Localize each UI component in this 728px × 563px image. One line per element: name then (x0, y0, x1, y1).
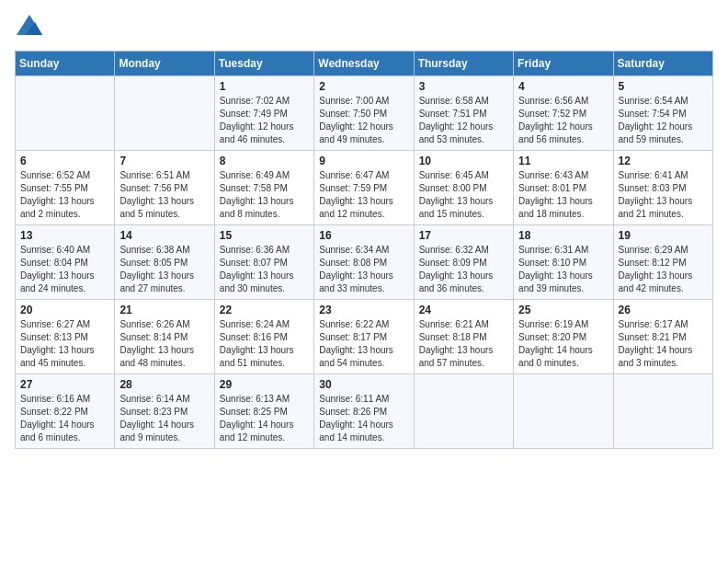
day-info: Sunrise: 6:56 AMSunset: 7:52 PMDaylight:… (518, 95, 608, 146)
day-info: Sunrise: 6:19 AMSunset: 8:20 PMDaylight:… (518, 318, 608, 370)
calendar-cell: 13Sunrise: 6:40 AMSunset: 8:04 PMDayligh… (16, 225, 115, 300)
day-number: 7 (119, 155, 209, 167)
day-number: 18 (518, 229, 608, 242)
day-info: Sunrise: 6:26 AMSunset: 8:14 PMDaylight:… (119, 318, 209, 370)
day-info: Sunrise: 6:27 AMSunset: 8:13 PMDaylight:… (20, 318, 109, 370)
calendar-cell: 1Sunrise: 7:02 AMSunset: 7:49 PMDaylight… (214, 76, 313, 151)
day-number: 3 (419, 80, 508, 93)
header (15, 15, 713, 40)
day-info: Sunrise: 7:02 AMSunset: 7:49 PMDaylight:… (220, 95, 309, 146)
calendar-cell (115, 76, 214, 151)
day-number: 9 (319, 155, 408, 167)
day-header-tuesday: Tuesday (214, 52, 313, 76)
calendar-cell: 15Sunrise: 6:36 AMSunset: 8:07 PMDayligh… (214, 225, 313, 300)
calendar-cell: 8Sunrise: 6:49 AMSunset: 7:58 PMDaylight… (214, 151, 313, 225)
day-info: Sunrise: 6:16 AMSunset: 8:22 PMDaylight:… (20, 393, 109, 444)
day-header-saturday: Saturday (613, 52, 712, 76)
day-info: Sunrise: 6:21 AMSunset: 8:18 PMDaylight:… (419, 318, 508, 370)
day-info: Sunrise: 6:14 AMSunset: 8:23 PMDaylight:… (119, 393, 209, 444)
day-number: 4 (518, 80, 608, 93)
day-number: 10 (419, 155, 508, 167)
day-info: Sunrise: 6:40 AMSunset: 8:04 PMDaylight:… (20, 244, 109, 295)
day-number: 21 (119, 304, 209, 316)
calendar-cell: 19Sunrise: 6:29 AMSunset: 8:12 PMDayligh… (613, 225, 712, 300)
day-header-thursday: Thursday (414, 52, 513, 76)
calendar-cell (514, 374, 613, 449)
day-info: Sunrise: 6:58 AMSunset: 7:51 PMDaylight:… (419, 95, 508, 146)
calendar-table: SundayMondayTuesdayWednesdayThursdayFrid… (15, 51, 713, 449)
day-info: Sunrise: 6:31 AMSunset: 8:10 PMDaylight:… (518, 244, 608, 295)
day-header-sunday: Sunday (16, 52, 115, 76)
calendar-cell: 29Sunrise: 6:13 AMSunset: 8:25 PMDayligh… (214, 374, 313, 449)
day-info: Sunrise: 6:54 AMSunset: 7:54 PMDaylight:… (619, 95, 708, 146)
day-number: 12 (619, 155, 708, 167)
calendar-cell: 16Sunrise: 6:34 AMSunset: 8:08 PMDayligh… (314, 225, 414, 300)
calendar-cell: 25Sunrise: 6:19 AMSunset: 8:20 PMDayligh… (514, 300, 613, 374)
calendar-cell: 3Sunrise: 6:58 AMSunset: 7:51 PMDaylight… (414, 76, 513, 151)
calendar-cell: 21Sunrise: 6:26 AMSunset: 8:14 PMDayligh… (115, 300, 214, 374)
calendar-cell: 24Sunrise: 6:21 AMSunset: 8:18 PMDayligh… (414, 300, 513, 374)
calendar-cell (414, 374, 513, 449)
calendar-cell: 23Sunrise: 6:22 AMSunset: 8:17 PMDayligh… (314, 300, 414, 374)
logo (15, 15, 42, 40)
day-number: 17 (419, 229, 508, 242)
calendar-cell: 26Sunrise: 6:17 AMSunset: 8:21 PMDayligh… (613, 300, 712, 374)
day-info: Sunrise: 6:36 AMSunset: 8:07 PMDaylight:… (220, 244, 309, 295)
day-info: Sunrise: 7:00 AMSunset: 7:50 PMDaylight:… (319, 95, 408, 146)
day-number: 8 (220, 155, 309, 167)
day-info: Sunrise: 6:52 AMSunset: 7:55 PMDaylight:… (20, 169, 109, 221)
day-info: Sunrise: 6:13 AMSunset: 8:25 PMDaylight:… (220, 393, 309, 444)
calendar-week-row: 20Sunrise: 6:27 AMSunset: 8:13 PMDayligh… (16, 300, 713, 374)
calendar-cell: 28Sunrise: 6:14 AMSunset: 8:23 PMDayligh… (115, 374, 214, 449)
calendar-cell: 30Sunrise: 6:11 AMSunset: 8:26 PMDayligh… (314, 374, 414, 449)
day-number: 13 (20, 229, 109, 242)
day-info: Sunrise: 6:47 AMSunset: 7:59 PMDaylight:… (319, 169, 408, 221)
day-info: Sunrise: 6:38 AMSunset: 8:05 PMDaylight:… (119, 244, 209, 295)
calendar-cell: 5Sunrise: 6:54 AMSunset: 7:54 PMDaylight… (613, 76, 712, 151)
calendar-week-row: 13Sunrise: 6:40 AMSunset: 8:04 PMDayligh… (16, 225, 713, 300)
day-number: 15 (220, 229, 309, 242)
day-number: 30 (319, 378, 408, 391)
calendar-cell: 22Sunrise: 6:24 AMSunset: 8:16 PMDayligh… (214, 300, 313, 374)
calendar-cell: 17Sunrise: 6:32 AMSunset: 8:09 PMDayligh… (414, 225, 513, 300)
calendar-header-row: SundayMondayTuesdayWednesdayThursdayFrid… (16, 52, 713, 76)
day-info: Sunrise: 6:34 AMSunset: 8:08 PMDaylight:… (319, 244, 408, 295)
day-number: 2 (319, 80, 408, 93)
calendar-week-row: 27Sunrise: 6:16 AMSunset: 8:22 PMDayligh… (16, 374, 713, 449)
day-info: Sunrise: 6:22 AMSunset: 8:17 PMDaylight:… (319, 318, 408, 370)
day-number: 23 (319, 304, 408, 316)
calendar-cell (613, 374, 712, 449)
logo-icon (17, 15, 42, 35)
day-number: 19 (619, 229, 708, 242)
day-info: Sunrise: 6:17 AMSunset: 8:21 PMDaylight:… (619, 318, 708, 370)
calendar-cell: 7Sunrise: 6:51 AMSunset: 7:56 PMDaylight… (115, 151, 214, 225)
day-info: Sunrise: 6:45 AMSunset: 8:00 PMDaylight:… (419, 169, 508, 221)
day-header-monday: Monday (115, 52, 214, 76)
day-number: 5 (619, 80, 708, 93)
calendar-cell: 11Sunrise: 6:43 AMSunset: 8:01 PMDayligh… (514, 151, 613, 225)
day-number: 11 (518, 155, 608, 167)
day-number: 14 (119, 229, 209, 242)
calendar-body: 1Sunrise: 7:02 AMSunset: 7:49 PMDaylight… (16, 76, 713, 449)
day-number: 16 (319, 229, 408, 242)
calendar-cell: 20Sunrise: 6:27 AMSunset: 8:13 PMDayligh… (16, 300, 115, 374)
day-info: Sunrise: 6:51 AMSunset: 7:56 PMDaylight:… (119, 169, 209, 221)
day-info: Sunrise: 6:29 AMSunset: 8:12 PMDaylight:… (619, 244, 708, 295)
day-header-wednesday: Wednesday (314, 52, 414, 76)
calendar-cell: 12Sunrise: 6:41 AMSunset: 8:03 PMDayligh… (613, 151, 712, 225)
day-info: Sunrise: 6:49 AMSunset: 7:58 PMDaylight:… (220, 169, 309, 221)
day-number: 28 (119, 378, 209, 391)
calendar-cell: 4Sunrise: 6:56 AMSunset: 7:52 PMDaylight… (514, 76, 613, 151)
day-header-friday: Friday (514, 52, 613, 76)
calendar-cell: 14Sunrise: 6:38 AMSunset: 8:05 PMDayligh… (115, 225, 214, 300)
calendar-week-row: 6Sunrise: 6:52 AMSunset: 7:55 PMDaylight… (16, 151, 713, 225)
calendar-cell (16, 76, 115, 151)
day-info: Sunrise: 6:32 AMSunset: 8:09 PMDaylight:… (419, 244, 508, 295)
day-number: 26 (619, 304, 708, 316)
day-info: Sunrise: 6:43 AMSunset: 8:01 PMDaylight:… (518, 169, 608, 221)
day-number: 24 (419, 304, 508, 316)
day-number: 27 (20, 378, 109, 391)
calendar-cell: 2Sunrise: 7:00 AMSunset: 7:50 PMDaylight… (314, 76, 414, 151)
calendar-cell: 27Sunrise: 6:16 AMSunset: 8:22 PMDayligh… (16, 374, 115, 449)
calendar-cell: 6Sunrise: 6:52 AMSunset: 7:55 PMDaylight… (16, 151, 115, 225)
